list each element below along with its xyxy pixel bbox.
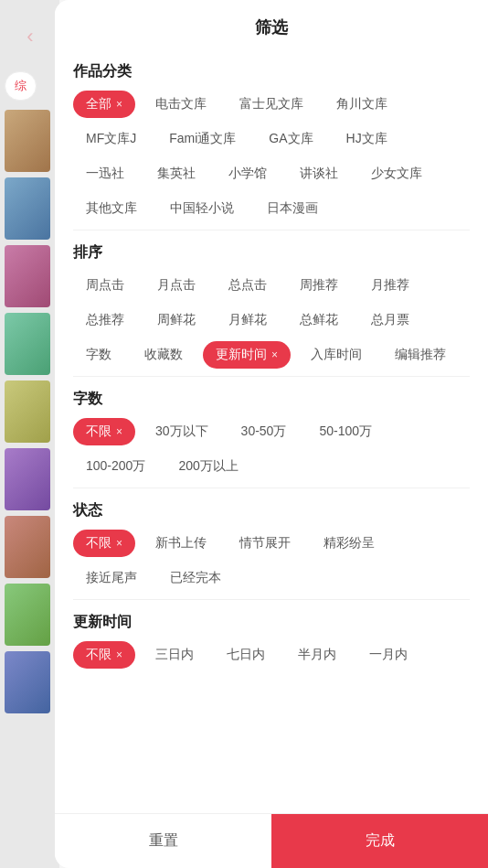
tag-12[interactable]: 更新时间 × [203,341,291,369]
tag-4[interactable]: 月推荐 [358,272,422,299]
filter-content: 作品分类 全部 ×电击文库富士见文库角川文库MF文库JFami通文库GA文库HJ… [55,49,488,813]
tag-10[interactable]: 字数 [73,341,124,369]
filter-panel: 筛选 作品分类 全部 ×电击文库富士见文库角川文库MF文库JFami通文库GA文… [55,0,488,868]
tag-0[interactable]: 全部 × [73,91,135,118]
close-icon: × [116,98,122,111]
book-cover-8 [5,584,50,646]
tag-13[interactable]: 其他文库 [73,195,150,222]
divider-4 [73,599,470,600]
tag-13[interactable]: 入库时间 [298,341,375,369]
tag-5[interactable]: 200万以上 [165,453,250,480]
update-time-section: 更新时间 不限 ×三日内七日内半月内一月内 [73,613,470,669]
tag-5[interactable]: Fami通文库 [156,125,249,153]
tag-12[interactable]: 少女文库 [358,160,435,188]
tag-2[interactable]: 情节展开 [227,530,303,557]
tag-5[interactable]: 总推荐 [73,306,137,334]
tag-8[interactable]: 总鲜花 [287,306,351,334]
tag-14[interactable]: 编辑推荐 [382,341,459,369]
tag-15[interactable]: 日本漫画 [254,195,331,222]
word-count-section: 字数 不限 ×30万以下30-50万50-100万100-200万200万以上 [73,390,470,480]
tag-7[interactable]: HJ文库 [334,125,400,153]
update-time-tag-group: 不限 ×三日内七日内半月内一月内 [73,641,470,669]
back-button[interactable]: ‹ [14,20,47,53]
tag-6[interactable]: 周鲜花 [144,306,208,334]
book-cover-7 [5,516,50,578]
tag-7[interactable]: 月鲜花 [216,306,280,334]
tag-4[interactable]: MF文库J [73,125,149,153]
book-cover-6 [5,448,50,510]
sidebar-tab-button[interactable]: 综 [5,71,37,101]
word-count-tag-group: 不限 ×30万以下30-50万50-100万100-200万200万以上 [73,418,470,480]
tag-3[interactable]: 角川文库 [324,91,400,118]
tag-1[interactable]: 电击文库 [143,91,219,118]
tag-0[interactable]: 不限 × [73,530,135,557]
sidebar-tab-label: 综 [15,79,27,92]
tag-11[interactable]: 讲谈社 [287,160,351,188]
sort-tag-group: 周点击月点击总点击周推荐月推荐总推荐周鲜花月鲜花总鲜花总月票字数收藏数更新时间 … [73,272,470,369]
sidebar-tab[interactable]: 综 [5,71,37,101]
word-count-section-title: 字数 [73,390,470,409]
tag-2[interactable]: 七日内 [214,641,278,669]
close-icon: × [116,648,122,661]
tag-3[interactable]: 精彩纷呈 [311,530,387,557]
book-cover-1 [5,110,50,172]
tag-9[interactable]: 总月票 [358,306,422,334]
status-tag-group: 不限 ×新书上传情节展开精彩纷呈接近尾声已经完本 [73,530,470,592]
tag-14[interactable]: 中国轻小说 [157,195,247,222]
sort-section-title: 排序 [73,243,470,263]
divider-3 [73,488,470,488]
tag-1[interactable]: 30万以下 [143,418,221,445]
tag-11[interactable]: 收藏数 [132,341,196,369]
category-section: 作品分类 全部 ×电击文库富士见文库角川文库MF文库JFami通文库GA文库HJ… [73,62,470,222]
tag-2[interactable]: 总点击 [216,272,280,299]
status-section: 状态 不限 ×新书上传情节展开精彩纷呈接近尾声已经完本 [73,501,470,592]
tag-4[interactable]: 接近尾声 [73,564,150,592]
category-section-title: 作品分类 [73,62,470,81]
sidebar-books [0,110,55,713]
panel-title: 筛选 [255,16,288,38]
tag-8[interactable]: 一迅社 [73,160,137,188]
tag-3[interactable]: 半月内 [285,641,349,669]
tag-0[interactable]: 不限 × [73,418,135,445]
reset-button[interactable]: 重置 [55,814,271,868]
tag-0[interactable]: 周点击 [73,272,137,299]
tag-3[interactable]: 周推荐 [287,272,351,299]
tag-1[interactable]: 月点击 [144,272,208,299]
close-icon: × [116,425,122,438]
tag-9[interactable]: 集英社 [144,160,208,188]
footer: 重置 完成 [55,813,488,868]
update-time-section-title: 更新时间 [73,613,470,632]
sort-section: 排序 周点击月点击总点击周推荐月推荐总推荐周鲜花月鲜花总鲜花总月票字数收藏数更新… [73,243,470,369]
divider-1 [73,230,470,230]
tag-0[interactable]: 不限 × [73,641,135,669]
divider-2 [73,376,470,377]
status-section-title: 状态 [73,501,470,520]
book-cover-5 [5,380,50,443]
close-icon: × [116,537,122,550]
back-arrow-icon: ‹ [27,25,33,48]
tag-5[interactable]: 已经完本 [157,564,234,592]
tag-10[interactable]: 小学馆 [216,160,280,188]
tag-2[interactable]: 30-50万 [228,418,300,445]
tag-4[interactable]: 一月内 [356,641,420,669]
tag-1[interactable]: 新书上传 [143,530,219,557]
panel-header: 筛选 [55,0,488,49]
tag-1[interactable]: 三日内 [143,641,207,669]
book-cover-2 [5,177,50,240]
tag-2[interactable]: 富士见文库 [227,91,316,118]
book-cover-9 [5,651,50,713]
close-icon: × [271,348,278,361]
confirm-button[interactable]: 完成 [271,814,488,868]
tag-3[interactable]: 50-100万 [306,418,385,445]
book-cover-4 [5,313,50,375]
tag-4[interactable]: 100-200万 [73,453,158,480]
book-cover-3 [5,245,50,307]
tag-6[interactable]: GA文库 [256,125,325,153]
category-tag-group: 全部 ×电击文库富士见文库角川文库MF文库JFami通文库GA文库HJ文库一迅社… [73,91,470,222]
